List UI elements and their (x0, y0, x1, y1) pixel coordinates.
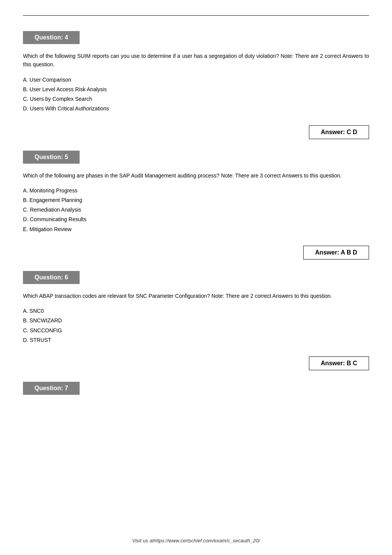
question-block-q6: Question: 6Which ABAP transaction codes … (23, 271, 369, 345)
answer-box-q4: Answer: C D (309, 125, 369, 139)
list-item: A. User Comparison (23, 75, 369, 85)
options-list-q4: A. User ComparisonB. User Level Access R… (23, 75, 369, 114)
list-item: A. SNC0 (23, 306, 369, 316)
list-item: D. Users With Critical Authorizations (23, 104, 369, 113)
question-text-q4: Which of the following SUIM reports can … (23, 52, 369, 69)
list-item: B. SNCWIZARD (23, 316, 369, 325)
list-item: D. Communicating Results (23, 215, 369, 224)
list-item: D. STRUST (23, 335, 369, 345)
list-item: A. Monitoring Progress (23, 186, 369, 195)
list-item: C. Remediation Analysis (23, 205, 369, 215)
list-item: B. User Level Access Risk Analysis (23, 85, 369, 94)
question-block-q5: Question: 5Which of the following are ph… (23, 151, 369, 234)
question-header-q4: Question: 4 (23, 31, 80, 44)
answer-box-q5: Answer: A B D (303, 246, 369, 259)
list-item: C. SNCCONFIG (23, 326, 369, 335)
question-text-q5: Which of the following are phases in the… (23, 171, 369, 180)
answer-block-q6: Answer: B C (23, 356, 369, 370)
footer: Visit us athttps://www.certschief.com/ex… (0, 538, 392, 544)
top-divider (23, 15, 369, 16)
question-header-q7: Question: 7 (23, 382, 80, 395)
list-item: C. Users by Complex Search (23, 94, 369, 104)
answer-block-q4: Answer: C D (23, 125, 369, 139)
options-list-q5: A. Monitoring ProgressB. Engagement Plan… (23, 186, 369, 234)
question-header-q6: Question: 6 (23, 271, 80, 284)
list-item: E. Mitigation Review (23, 225, 369, 234)
answer-box-q6: Answer: B C (309, 356, 369, 370)
question-block-q7: Question: 7 (23, 382, 369, 402)
list-item: B. Engagement Planning (23, 195, 369, 205)
options-list-q6: A. SNC0B. SNCWIZARDC. SNCCONFIGD. STRUST (23, 306, 369, 345)
question-block-q4: Question: 4Which of the following SUIM r… (23, 31, 369, 114)
answer-block-q5: Answer: A B D (23, 246, 369, 259)
question-header-q5: Question: 5 (23, 151, 80, 164)
question-text-q6: Which ABAP transaction codes are relevan… (23, 292, 369, 300)
footer-text: Visit us athttps://www.certschief.com/ex… (132, 538, 260, 544)
